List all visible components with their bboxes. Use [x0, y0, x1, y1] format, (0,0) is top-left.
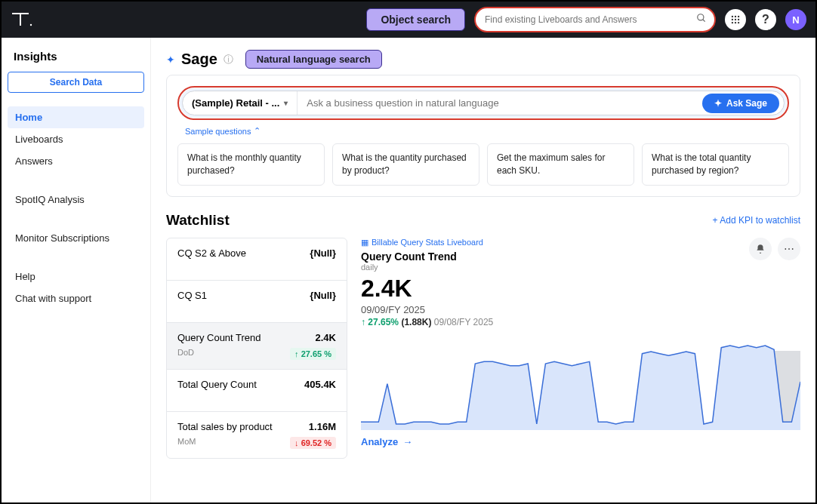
- kpi-detail-value: 2.4K: [361, 275, 493, 303]
- avatar[interactable]: N: [785, 9, 806, 30]
- kpi-row[interactable]: Query Count Trend2.4KDoD↑ 27.65 %: [167, 323, 347, 370]
- object-search[interactable]: [474, 7, 716, 32]
- kpi-name: CQ S1: [177, 290, 207, 301]
- kpi-row[interactable]: Total sales by product1.16MMoM↓ 69.52 %: [167, 412, 347, 458]
- analyze-link[interactable]: Analyze →: [361, 436, 800, 447]
- kpi-row[interactable]: CQ S1{Null}: [167, 281, 347, 323]
- sidebar-item[interactable]: Monitor Subscriptions: [8, 227, 144, 249]
- kpi-row[interactable]: Total Query Count405.4K: [167, 370, 347, 412]
- page-title: Sage: [181, 51, 217, 68]
- svg-point-5: [732, 16, 733, 17]
- kpi-name: Total sales by product: [177, 421, 273, 432]
- object-search-input[interactable]: [477, 10, 690, 29]
- kpi-value: 2.4K: [316, 332, 336, 343]
- kpi-delta: ↑ 27.65 %: [290, 348, 336, 360]
- search-icon[interactable]: [690, 10, 713, 29]
- kpi-value: 1.16M: [309, 421, 336, 432]
- svg-point-7: [738, 16, 739, 17]
- info-icon[interactable]: ⓘ: [224, 53, 233, 66]
- ask-sage-label: Ask Sage: [726, 98, 767, 109]
- sage-card: (Sample) Retail - ... ▾ ✦ Ask Sage Sampl…: [166, 75, 800, 197]
- sidebar-item[interactable]: Home: [8, 106, 144, 128]
- svg-point-12: [735, 22, 736, 23]
- sidebar-item[interactable]: Liveboards: [8, 128, 144, 150]
- sparkle-icon: ✦: [166, 54, 175, 66]
- more-icon[interactable]: ⋯: [778, 238, 800, 260]
- sidebar-item[interactable]: Help: [8, 266, 144, 287]
- kpi-detail-title: Query Count Trend: [361, 250, 493, 263]
- nl-search-annotation: Natural language search: [245, 50, 382, 69]
- arrow-right-icon: →: [402, 436, 412, 447]
- kpi-name: Query Count Trend: [177, 332, 261, 343]
- svg-point-8: [732, 19, 733, 20]
- svg-point-2: [30, 24, 32, 26]
- nl-search-wrap: (Sample) Retail - ... ▾ ✦ Ask Sage: [177, 86, 789, 120]
- kpi-sub: DoD: [177, 348, 194, 360]
- trend-chart: [361, 340, 800, 430]
- kpi-value: 405.4K: [304, 379, 336, 390]
- sample-question[interactable]: What is the quantity purchased by produc…: [332, 143, 479, 186]
- svg-point-11: [732, 22, 733, 23]
- svg-point-6: [735, 16, 736, 17]
- kpi-detail-change: ↑ 27.65% (1.88K) 09/08/FY 2025: [361, 317, 493, 327]
- liveboard-icon: ▦: [361, 238, 368, 247]
- nl-search-input[interactable]: [298, 91, 702, 115]
- kpi-delta: ↓ 69.52 %: [290, 437, 336, 449]
- kpi-value: {Null}: [310, 247, 336, 259]
- add-kpi-link[interactable]: + Add KPI to watchlist: [713, 215, 800, 226]
- sidebar-item[interactable]: Answers: [8, 150, 144, 172]
- sidebar-item[interactable]: SpotIQ Analysis: [8, 189, 144, 211]
- sparkle-icon: ✦: [714, 98, 722, 109]
- kpi-name: Total Query Count: [177, 379, 257, 390]
- kpi-detail: ▦ Billable Query Stats Liveboard Query C…: [361, 238, 800, 459]
- object-search-annotation: Object search: [366, 8, 465, 31]
- chevron-up-icon: ⌃: [254, 126, 261, 136]
- watchlist-title: Watchlist: [166, 212, 230, 229]
- sample-question[interactable]: Get the maximum sales for each SKU.: [487, 143, 634, 186]
- chevron-down-icon: ▾: [284, 99, 288, 107]
- kpi-sub: MoM: [177, 437, 196, 449]
- svg-line-4: [703, 20, 705, 22]
- main-content: ✦ Sage ⓘ Natural language search (Sample…: [151, 38, 815, 502]
- svg-point-10: [738, 19, 739, 20]
- kpi-detail-source[interactable]: ▦ Billable Query Stats Liveboard: [361, 238, 493, 247]
- dataset-selector[interactable]: (Sample) Retail - ... ▾: [183, 91, 298, 115]
- ask-sage-button[interactable]: ✦ Ask Sage: [702, 94, 779, 113]
- top-bar: Object search ? N: [2, 2, 815, 38]
- sidebar-item[interactable]: Chat with support: [8, 287, 144, 309]
- kpi-name: CQ S2 & Above: [177, 247, 246, 259]
- sidebar-title: Insights: [8, 50, 144, 72]
- apps-icon[interactable]: [725, 9, 746, 30]
- svg-point-9: [735, 19, 736, 20]
- dataset-label: (Sample) Retail - ...: [192, 97, 279, 109]
- alert-icon[interactable]: [749, 238, 772, 260]
- svg-point-3: [698, 14, 704, 20]
- kpi-detail-date: 09/09/FY 2025: [361, 304, 493, 315]
- svg-point-13: [738, 22, 739, 23]
- kpi-list: CQ S2 & Above{Null}CQ S1{Null}Query Coun…: [166, 238, 347, 459]
- search-data-button[interactable]: Search Data: [8, 72, 144, 93]
- sample-questions-toggle[interactable]: Sample questions ⌃: [177, 120, 789, 143]
- logo[interactable]: [11, 11, 33, 29]
- help-icon[interactable]: ?: [755, 9, 776, 30]
- kpi-value: {Null}: [310, 290, 336, 301]
- kpi-detail-freq: daily: [361, 263, 493, 272]
- sample-question[interactable]: What is the total quantity purchased by …: [642, 143, 789, 186]
- sample-question[interactable]: What is the monthly quantity purchased?: [177, 143, 325, 186]
- kpi-row[interactable]: CQ S2 & Above{Null}: [167, 238, 347, 281]
- sidebar: Insights Search Data HomeLiveboardsAnswe…: [2, 38, 151, 502]
